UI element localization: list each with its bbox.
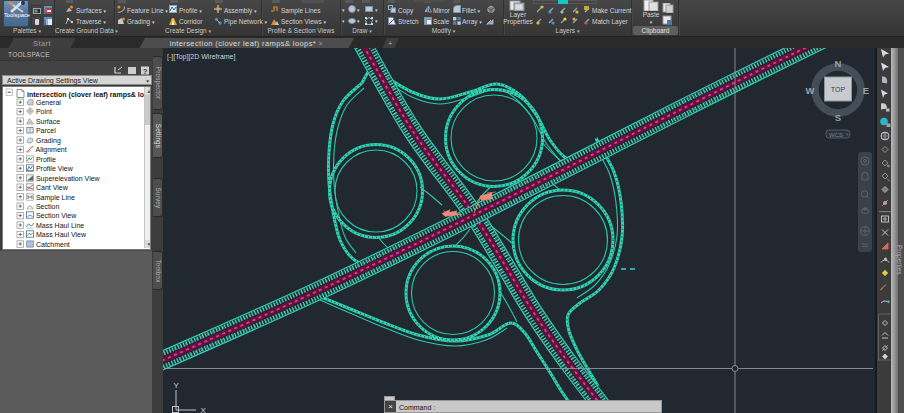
svg-text:E: E	[863, 85, 869, 96]
svg-text:[-][Top][2D Wireframe]: [-][Top][2D Wireframe]	[167, 53, 236, 61]
svg-text:Y: Y	[174, 381, 180, 390]
svg-text:TOP: TOP	[831, 86, 846, 93]
svg-text:N: N	[835, 58, 842, 69]
svg-text:X: X	[201, 406, 207, 413]
svg-text:?: ?	[143, 68, 147, 75]
svg-text:W: W	[806, 85, 815, 96]
svg-text:S: S	[835, 112, 841, 123]
svg-text:WCS: WCS	[829, 132, 843, 138]
